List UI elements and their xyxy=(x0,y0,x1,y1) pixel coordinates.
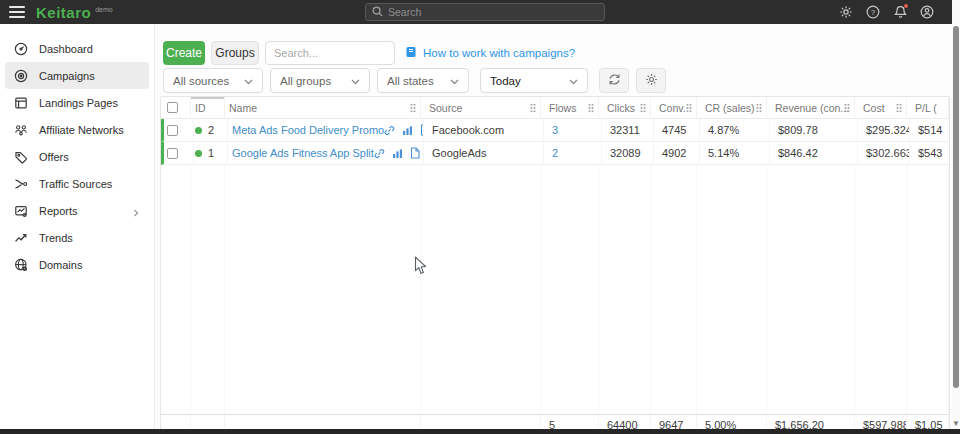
sidebar-item-offers[interactable]: Offers xyxy=(5,143,149,170)
vertical-scrollbar[interactable]: ▼ xyxy=(952,0,960,434)
reports-icon xyxy=(14,204,28,218)
sidebar-item-label: Domains xyxy=(39,259,82,271)
date-range-value: Today xyxy=(490,75,521,87)
sidebar-item-dashboard[interactable]: Dashboard xyxy=(5,35,149,62)
sidebar-item-affiliate-networks[interactable]: Affiliate Networks xyxy=(5,116,149,143)
sidebar-item-campaigns[interactable]: Campaigns xyxy=(5,62,149,89)
row-checkbox[interactable] xyxy=(167,148,178,159)
sidebar-item-landings-pages[interactable]: Landings Pages xyxy=(5,89,149,116)
column-drag-handle-icon[interactable] xyxy=(640,103,646,112)
campaign-id: 2 xyxy=(208,124,214,136)
states-filter-value: All states xyxy=(387,75,434,87)
cost-cell: $302.6635 xyxy=(858,142,910,164)
chevron-down-icon xyxy=(450,75,459,87)
create-button[interactable]: Create xyxy=(163,41,205,65)
table-header-row: ID Name Source Flows Clicks Conv. CR (sa… xyxy=(161,97,949,119)
global-search[interactable] xyxy=(365,3,605,21)
groups-filter-value: All groups xyxy=(280,75,331,87)
dashboard-icon xyxy=(14,42,28,56)
window-bottom-edge xyxy=(0,429,960,434)
campaign-search-input[interactable] xyxy=(265,41,395,65)
column-drag-handle-icon[interactable] xyxy=(756,103,762,112)
topbar-actions: ? xyxy=(839,0,934,24)
help-link-label: How to work with campaigns? xyxy=(423,47,575,59)
row-actions: ··· xyxy=(384,124,424,136)
row-checkbox[interactable] xyxy=(167,125,178,136)
chevron-right-icon xyxy=(132,207,140,215)
groups-button[interactable]: Groups xyxy=(211,41,259,65)
main-content: Create Groups How to work with campaigns… xyxy=(156,24,952,434)
chevron-down-icon xyxy=(569,75,578,87)
link-icon[interactable] xyxy=(374,148,385,159)
campaign-name-link[interactable]: Google Ads Fitness App Split xyxy=(232,147,374,159)
report-icon[interactable] xyxy=(410,147,420,159)
column-header-revenue[interactable]: Revenue (con... xyxy=(767,97,855,118)
landings-pages-icon xyxy=(14,96,28,110)
sidebar-item-traffic-sources[interactable]: Traffic Sources xyxy=(5,170,149,197)
sidebar-item-domains[interactable]: Domains xyxy=(5,251,149,278)
flows-link[interactable]: 3 xyxy=(552,124,558,136)
vertical-scrollbar-thumb[interactable] xyxy=(953,26,959,388)
select-all-checkbox[interactable] xyxy=(167,102,178,113)
source-cell: GoogleAds xyxy=(424,142,544,164)
column-header-source[interactable]: Source xyxy=(421,97,541,118)
refresh-button[interactable] xyxy=(599,68,629,93)
stats-icon[interactable] xyxy=(402,125,413,136)
sidebar-item-trends[interactable]: Trends xyxy=(5,224,149,251)
table-row[interactable]: 1 Google Ads Fitness App Split ··· Googl… xyxy=(161,142,949,165)
revenue-cell: $846.42 xyxy=(770,142,858,164)
notifications-bell-icon[interactable] xyxy=(893,5,907,19)
user-avatar-icon[interactable] xyxy=(920,5,934,19)
column-drag-handle-icon[interactable] xyxy=(588,103,594,112)
flows-link[interactable]: 2 xyxy=(552,147,558,159)
column-drag-handle-icon[interactable] xyxy=(844,103,850,112)
column-header-cr-sales[interactable]: CR (sales) xyxy=(697,97,767,118)
table-empty-area xyxy=(161,165,949,414)
conv-cell: 4902 xyxy=(654,142,700,164)
sidebar-item-label: Landings Pages xyxy=(39,97,118,109)
column-drag-handle-icon[interactable] xyxy=(686,103,692,112)
column-header-flows[interactable]: Flows xyxy=(541,97,599,118)
column-drag-handle-icon[interactable] xyxy=(530,103,536,112)
column-drag-handle-icon[interactable] xyxy=(410,103,416,112)
column-header-conv[interactable]: Conv. xyxy=(651,97,697,118)
scroll-down-arrow-icon[interactable]: ▼ xyxy=(952,419,960,428)
app-logo: Keitaro xyxy=(36,4,91,21)
global-search-input[interactable] xyxy=(388,6,598,18)
date-range-select[interactable]: Today xyxy=(480,68,588,93)
clicks-cell: 32311 xyxy=(602,119,654,141)
states-filter-select[interactable]: All states xyxy=(377,68,469,93)
column-header-clicks[interactable]: Clicks xyxy=(599,97,651,118)
status-active-dot xyxy=(195,150,202,157)
clicks-cell: 32089 xyxy=(602,142,654,164)
hamburger-menu-icon[interactable] xyxy=(9,3,25,21)
campaign-name-link[interactable]: Meta Ads Food Delivery Promo xyxy=(232,124,384,136)
stats-icon[interactable] xyxy=(392,148,403,159)
sidebar-item-label: Affiliate Networks xyxy=(39,124,124,136)
campaign-id: 1 xyxy=(208,147,214,159)
table-row[interactable]: 2 Meta Ads Food Delivery Promo ··· Faceb… xyxy=(161,119,949,142)
conv-cell: 4745 xyxy=(654,119,700,141)
column-drag-handle-icon[interactable] xyxy=(896,103,902,112)
notification-badge xyxy=(904,4,908,8)
campaigns-icon xyxy=(14,69,28,83)
sidebar: Dashboard Campaigns Landings Pages Affil… xyxy=(0,24,155,434)
column-header-cost[interactable]: Cost xyxy=(855,97,907,118)
settings-gear-icon[interactable] xyxy=(839,5,853,19)
table-settings-button[interactable] xyxy=(636,68,666,93)
topbar: Keitaro demo ? xyxy=(0,0,952,24)
traffic-sources-icon xyxy=(14,177,28,191)
column-header-pl[interactable]: P/L ( xyxy=(907,97,949,118)
help-icon[interactable]: ? xyxy=(866,5,880,19)
sources-filter-select[interactable]: All sources xyxy=(163,68,263,93)
sidebar-item-reports[interactable]: Reports xyxy=(5,197,149,224)
column-header-name[interactable]: Name xyxy=(225,97,421,118)
sources-filter-value: All sources xyxy=(173,75,229,87)
groups-filter-select[interactable]: All groups xyxy=(270,68,370,93)
revenue-cell: $809.78 xyxy=(770,119,858,141)
column-header-id[interactable]: ID xyxy=(191,97,225,118)
sidebar-item-label: Reports xyxy=(39,205,78,217)
link-icon[interactable] xyxy=(384,125,395,136)
help-link[interactable]: How to work with campaigns? xyxy=(405,46,575,60)
status-active-dot xyxy=(195,127,202,134)
